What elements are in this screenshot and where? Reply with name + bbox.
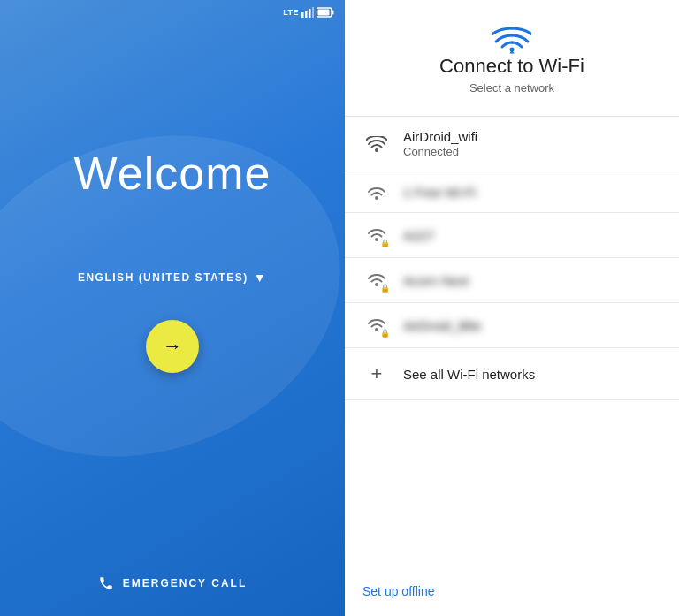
lock-icon: 🔒 xyxy=(380,329,390,338)
select-network-subtitle: Select a network xyxy=(469,81,554,95)
network-list: AirDroid_wifi Connected 1 Free Wi-Fi xyxy=(345,117,679,568)
network-info: 1 Free Wi-Fi xyxy=(403,185,661,200)
set-offline-link[interactable]: Set up offline xyxy=(362,584,434,598)
wifi-header: Connect to Wi-Fi Select a network xyxy=(345,0,679,116)
svg-rect-5 xyxy=(332,11,334,15)
wifi-signal-icon xyxy=(366,184,387,200)
lock-icon: 🔒 xyxy=(380,239,390,247)
language-selector[interactable]: ENGLISH (UNITED STATES) ▼ xyxy=(78,270,267,285)
network-wifi-icon: 🔒 xyxy=(362,270,391,290)
network-wifi-icon xyxy=(362,136,391,152)
svg-rect-1 xyxy=(305,11,308,18)
svg-point-10 xyxy=(375,238,378,241)
svg-point-7 xyxy=(510,48,515,52)
battery-icon xyxy=(317,7,334,18)
network-name: A227 xyxy=(403,228,661,243)
svg-rect-6 xyxy=(318,10,330,16)
svg-rect-3 xyxy=(312,7,314,18)
svg-rect-0 xyxy=(301,12,304,18)
network-status: Connected xyxy=(403,145,661,158)
network-wifi-icon: 🔒 xyxy=(362,316,391,335)
network-wifi-icon: 🔒 xyxy=(362,225,391,245)
wifi-wrapper: 🔒 xyxy=(366,225,387,245)
lte-indicator: LTE xyxy=(283,8,299,17)
list-item[interactable]: 🔒 AirDroid_Blte xyxy=(345,303,679,348)
list-item[interactable]: AirDroid_wifi Connected xyxy=(345,117,679,171)
wifi-large-icon xyxy=(492,25,531,55)
plus-icon: + xyxy=(362,362,391,385)
network-name: AirDroid_wifi xyxy=(403,129,661,144)
svg-point-9 xyxy=(375,196,378,200)
network-info: A227 xyxy=(403,228,661,243)
network-info: Acorn Next xyxy=(403,273,661,288)
list-item[interactable]: 🔒 Acorn Next xyxy=(345,258,679,303)
wifi-wrapper: 🔒 xyxy=(366,316,387,335)
next-button[interactable]: → xyxy=(146,320,199,373)
wifi-panel: Connect to Wi-Fi Select a network AirDro… xyxy=(345,0,679,616)
svg-point-11 xyxy=(375,283,378,286)
list-item[interactable]: 1 Free Wi-Fi xyxy=(345,171,679,213)
emergency-label: EMERGENCY CALL xyxy=(123,577,247,589)
svg-point-12 xyxy=(375,328,378,331)
network-wifi-icon xyxy=(362,184,391,200)
welcome-area: Welcome ENGLISH (UNITED STATES) ▼ → xyxy=(74,0,271,554)
status-icons: LTE xyxy=(283,7,334,18)
svg-point-8 xyxy=(375,148,378,152)
language-label: ENGLISH (UNITED STATES) xyxy=(78,271,248,284)
lock-icon: 🔒 xyxy=(380,284,390,293)
welcome-title: Welcome xyxy=(74,147,271,200)
wifi-signal-icon xyxy=(366,136,387,152)
chevron-down-icon: ▼ xyxy=(254,270,267,285)
see-all-networks-button[interactable]: + See all Wi-Fi networks xyxy=(345,348,679,400)
network-name: 1 Free Wi-Fi xyxy=(403,185,661,200)
welcome-screen: LTE Welcome ENGLISH (UNITED STATES) ▼ → xyxy=(0,0,345,616)
list-item[interactable]: 🔒 A227 xyxy=(345,213,679,258)
emergency-call-button[interactable]: EMERGENCY CALL xyxy=(98,554,247,616)
wifi-wrapper: 🔒 xyxy=(366,270,387,290)
network-name: Acorn Next xyxy=(403,273,661,288)
svg-rect-2 xyxy=(309,9,311,18)
phone-icon xyxy=(98,575,114,591)
network-name: AirDroid_Blte xyxy=(403,318,661,333)
arrow-right-icon: → xyxy=(163,335,182,358)
network-info: AirDroid_Blte xyxy=(403,318,661,333)
see-all-label: See all Wi-Fi networks xyxy=(403,367,535,382)
connect-title: Connect to Wi-Fi xyxy=(439,55,584,78)
bottom-area: Set up offline xyxy=(345,568,679,616)
network-info: AirDroid_wifi Connected xyxy=(403,129,661,158)
signal-icon xyxy=(301,7,314,18)
